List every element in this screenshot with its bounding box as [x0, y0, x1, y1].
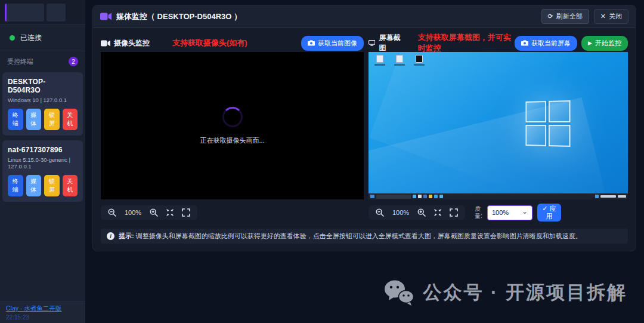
terminal-button[interactable]: 终端	[8, 175, 23, 196]
desktop-icon	[373, 55, 387, 66]
camera-section: 摄像头监控 支持获取摄像头(如有) 获取当前图像 正在获取摄像头画面...	[101, 35, 364, 222]
clock-text: 22:15:23	[6, 314, 79, 321]
quality-value: 100%	[492, 209, 509, 216]
device-actions: 终端 媒体 锁屏 关机	[8, 175, 78, 196]
device-actions: 终端 媒体 锁屏 关机	[8, 109, 78, 130]
refresh-all-button[interactable]: ⟳ 刷新全部	[541, 9, 589, 24]
camera-zoom-level: 100%	[124, 209, 142, 216]
video-camera-icon	[100, 13, 112, 20]
taskbar-tray	[595, 195, 626, 198]
terminals-header: 受控终端 2	[0, 51, 85, 70]
tip-label: 提示:	[119, 232, 134, 239]
loading-spinner-icon	[222, 107, 243, 127]
watermark-text: 公众号 · 开源项目拆解	[423, 280, 627, 305]
sidebar-footer: Clay - 水煮鱼二开版 22:15:23	[0, 302, 85, 323]
refresh-icon: ⟳	[548, 13, 553, 20]
media-button[interactable]: 媒体	[26, 175, 42, 196]
shutdown-button[interactable]: 关机	[63, 175, 78, 196]
camera-title: 摄像头监控	[114, 38, 150, 48]
device-card[interactable]: DESKTOP-D504R3O Windows 10 | 127.0.0.1 终…	[2, 72, 83, 136]
panel-body: 摄像头监控 支持获取摄像头(如有) 获取当前图像 正在获取摄像头画面...	[93, 28, 636, 251]
sidebar: 已连接 受控终端 2 DESKTOP-D504R3O Windows 10 | …	[0, 0, 85, 323]
camera-monitor-icon	[101, 40, 110, 47]
camera-loading-text: 正在获取摄像头画面...	[200, 136, 264, 145]
close-button[interactable]: ✕ 关闭	[594, 9, 628, 24]
sidebar-brand	[0, 0, 85, 25]
panel-header: 媒体监控（ DESKTOP-D504R3O ） ⟳ 刷新全部 ✕ 关闭	[93, 5, 636, 28]
terminals-label: 受控终端	[7, 57, 33, 66]
fit-view-icon[interactable]	[434, 208, 442, 217]
photo-camera-icon	[521, 40, 528, 46]
wechat-icon	[383, 279, 414, 306]
monitor-icon	[369, 39, 375, 47]
terminal-button[interactable]: 终端	[8, 109, 23, 130]
device-name: DESKTOP-D504R3O	[8, 78, 78, 94]
fit-view-icon[interactable]	[166, 208, 174, 217]
close-icon: ✕	[600, 13, 606, 20]
windows-logo	[525, 100, 570, 147]
apply-quality-button[interactable]: ✓ 应用	[537, 204, 561, 222]
screen-view	[369, 52, 628, 199]
fullscreen-icon[interactable]	[450, 208, 458, 217]
connection-status-label: 已连接	[20, 33, 42, 43]
remote-desktop-image	[369, 52, 628, 199]
quality-select[interactable]: 100% ⌄	[487, 205, 532, 220]
screen-section: 屏幕截图 支持获取屏幕截图，并可实时监控 获取当前屏幕 ▶ 开始监控	[369, 35, 628, 222]
screen-zoom-toolbar: 100%	[369, 205, 465, 220]
start-button-icon	[370, 195, 374, 198]
terminals-count-badge: 2	[69, 57, 78, 66]
zoom-out-icon[interactable]	[376, 208, 384, 217]
panel-title: 媒体监控（ DESKTOP-D504R3O ）	[116, 11, 242, 22]
check-icon: ✓	[542, 205, 547, 212]
connected-dot-icon	[10, 35, 15, 41]
screen-zoom-level: 100%	[392, 209, 410, 216]
brand-logo-block	[5, 4, 44, 21]
device-os: Linux 5.15.0-30-generic | 127.0.0.1	[8, 156, 78, 170]
connection-status: 已连接	[0, 25, 85, 51]
device-card[interactable]: nat-6717307896 Linux 5.15.0-30-generic |…	[2, 140, 83, 202]
camera-zoom-toolbar: 100%	[101, 205, 197, 220]
quality-label: 质量:	[475, 205, 484, 220]
zoom-out-icon[interactable]	[108, 208, 116, 217]
author-link[interactable]: Clay - 水煮鱼二开版	[6, 304, 79, 313]
photo-camera-icon	[308, 40, 315, 46]
taskbar-search	[376, 195, 411, 199]
tip-text: 调整摄像头和屏幕截图的缩放比例可以获得更好的查看体验，点击全屏按钮可以进入全屏模…	[136, 232, 582, 239]
zoom-in-icon[interactable]	[150, 208, 158, 217]
watermark: 公众号 · 开源项目拆解	[383, 279, 627, 306]
media-button[interactable]: 媒体	[26, 109, 42, 130]
brand-menu-block[interactable]	[47, 4, 66, 21]
camera-view: 正在获取摄像头画面...	[101, 52, 364, 199]
lock-screen-button[interactable]: 锁屏	[44, 175, 60, 196]
fullscreen-icon[interactable]	[182, 208, 190, 217]
device-name: nat-6717307896	[8, 146, 78, 154]
shutdown-button[interactable]: 关机	[63, 109, 78, 130]
device-os: Windows 10 | 127.0.0.1	[8, 97, 78, 103]
screen-title: 屏幕截图	[379, 33, 402, 53]
capture-camera-button[interactable]: 获取当前图像	[301, 36, 364, 51]
camera-annotation: 支持获取摄像头(如有)	[172, 38, 247, 48]
desktop-icon	[392, 55, 407, 66]
zoom-in-icon[interactable]	[417, 208, 426, 217]
tip-bar: i 提示: 调整摄像头和屏幕截图的缩放比例可以获得更好的查看体验，点击全屏按钮可…	[101, 229, 628, 244]
start-monitor-button[interactable]: ▶ 开始监控	[581, 36, 628, 51]
info-icon: i	[107, 232, 114, 240]
lock-screen-button[interactable]: 锁屏	[44, 109, 60, 130]
remote-taskbar	[369, 193, 628, 199]
desktop-icons	[373, 55, 426, 66]
desktop-icon	[412, 55, 426, 66]
media-monitor-panel: 媒体监控（ DESKTOP-D504R3O ） ⟳ 刷新全部 ✕ 关闭	[92, 5, 636, 251]
capture-screen-button[interactable]: 获取当前屏幕	[515, 36, 577, 51]
play-icon: ▶	[588, 40, 592, 46]
screen-annotation: 支持获取屏幕截图，并可实时监控	[418, 32, 515, 54]
